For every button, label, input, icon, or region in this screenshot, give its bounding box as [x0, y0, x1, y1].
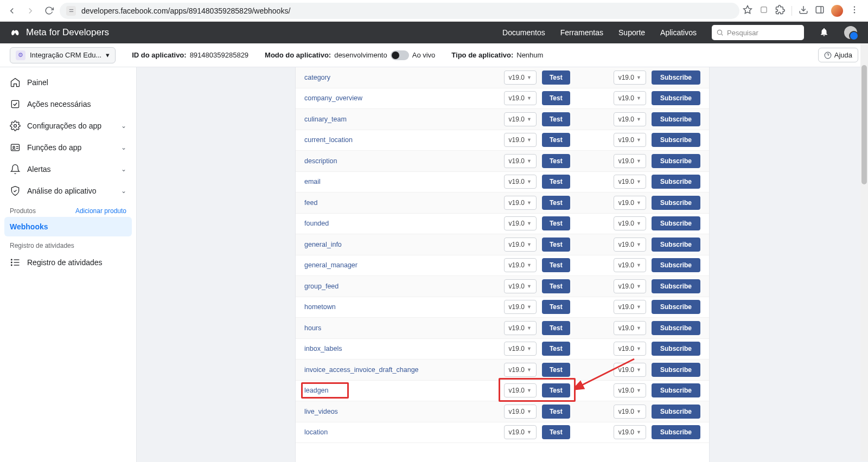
version-dropdown[interactable]: v19.0▼	[504, 112, 537, 126]
test-button[interactable]: Test	[542, 196, 570, 210]
subscribe-button[interactable]: Subscribe	[652, 258, 700, 272]
forward-button[interactable]	[23, 3, 38, 18]
version-dropdown[interactable]: v19.0▼	[614, 216, 646, 230]
field-name-link[interactable]: founded	[304, 220, 504, 227]
sidebar-item-funcoes[interactable]: Funções do app ⌄	[4, 137, 132, 158]
subscribe-button[interactable]: Subscribe	[652, 70, 700, 85]
nav-suporte[interactable]: Suporte	[618, 28, 645, 37]
download-icon[interactable]	[799, 5, 808, 17]
version-dropdown[interactable]: v19.0▼	[614, 91, 646, 105]
app-mode-toggle[interactable]	[391, 50, 409, 60]
test-button[interactable]: Test	[542, 321, 570, 335]
subscribe-button[interactable]: Subscribe	[652, 342, 700, 356]
version-dropdown[interactable]: v19.0▼	[614, 425, 646, 439]
version-dropdown[interactable]: v19.0▼	[504, 91, 537, 105]
subscribe-button[interactable]: Subscribe	[652, 405, 700, 419]
version-dropdown[interactable]: v19.0▼	[504, 300, 537, 314]
version-dropdown[interactable]: v19.0▼	[504, 258, 537, 272]
more-menu-icon[interactable]	[850, 5, 859, 17]
subscribe-button[interactable]: Subscribe	[652, 321, 700, 335]
sidebar-item-acoes[interactable]: Ações necessárias	[4, 93, 132, 115]
field-name-link[interactable]: invoice_access_invoice_draft_change	[304, 366, 504, 374]
test-button[interactable]: Test	[542, 133, 570, 147]
field-name-link[interactable]: general_info	[304, 241, 504, 248]
test-button[interactable]: Test	[542, 91, 570, 105]
test-button[interactable]: Test	[542, 425, 570, 439]
version-dropdown[interactable]: v19.0▼	[504, 175, 537, 189]
subscribe-button[interactable]: Subscribe	[652, 383, 700, 397]
version-dropdown[interactable]: v19.0▼	[504, 154, 537, 168]
version-dropdown[interactable]: v19.0▼	[614, 112, 646, 126]
extensions-icon[interactable]	[775, 5, 785, 17]
version-dropdown[interactable]: v19.0▼	[614, 238, 646, 252]
address-bar[interactable]: developers.facebook.com/apps/89148035928…	[60, 3, 739, 19]
sidebar-item-painel[interactable]: Painel	[4, 72, 132, 93]
version-dropdown[interactable]: v19.0▼	[504, 363, 537, 377]
version-dropdown[interactable]: v19.0▼	[614, 363, 646, 377]
field-name-link[interactable]: hometown	[304, 303, 504, 311]
version-dropdown[interactable]: v19.0▼	[504, 321, 537, 335]
field-name-link[interactable]: leadgen	[304, 387, 504, 394]
page-scrollbar[interactable]	[860, 43, 868, 461]
field-name-link[interactable]: description	[304, 157, 504, 165]
version-dropdown[interactable]: v19.0▼	[614, 405, 646, 419]
meta-logo[interactable]: Meta for Developers	[11, 27, 109, 38]
version-dropdown[interactable]: v19.0▼	[614, 154, 646, 168]
version-dropdown[interactable]: v19.0▼	[614, 70, 646, 85]
test-button[interactable]: Test	[542, 70, 570, 85]
version-dropdown[interactable]: v19.0▼	[614, 279, 646, 293]
version-dropdown[interactable]: v19.0▼	[504, 196, 537, 210]
star-icon[interactable]	[743, 5, 752, 17]
version-dropdown[interactable]: v19.0▼	[504, 279, 537, 293]
field-name-link[interactable]: general_manager	[304, 261, 504, 269]
field-name-link[interactable]: feed	[304, 199, 504, 207]
subscribe-button[interactable]: Subscribe	[652, 196, 700, 210]
version-dropdown[interactable]: v19.0▼	[504, 238, 537, 252]
field-name-link[interactable]: culinary_team	[304, 116, 504, 123]
field-name-link[interactable]: category	[304, 74, 504, 81]
field-name-link[interactable]: live_videos	[304, 408, 504, 415]
field-name-link[interactable]: email	[304, 178, 504, 185]
sidebar-item-alertas[interactable]: Alertas ⌄	[4, 158, 132, 180]
version-dropdown[interactable]: v19.0▼	[614, 321, 646, 335]
sidebar-item-configuracoes[interactable]: Configurações do app ⌄	[4, 115, 132, 137]
side-panel-icon[interactable]	[815, 5, 825, 17]
subscribe-button[interactable]: Subscribe	[652, 238, 700, 252]
version-dropdown[interactable]: v19.0▼	[614, 258, 646, 272]
user-avatar[interactable]	[844, 26, 857, 39]
subscribe-button[interactable]: Subscribe	[652, 112, 700, 126]
version-dropdown[interactable]: v19.0▼	[614, 342, 646, 356]
subscribe-button[interactable]: Subscribe	[652, 425, 700, 439]
reload-button[interactable]	[41, 3, 56, 18]
version-dropdown[interactable]: v19.0▼	[614, 133, 646, 147]
version-dropdown[interactable]: v19.0▼	[504, 342, 537, 356]
nav-documentos[interactable]: Documentos	[502, 28, 545, 37]
test-button[interactable]: Test	[542, 300, 570, 314]
test-button[interactable]: Test	[542, 238, 570, 252]
test-button[interactable]: Test	[542, 216, 570, 230]
version-dropdown[interactable]: v19.0▼	[614, 196, 646, 210]
sidebar-item-registro-atividades[interactable]: Registro de atividades	[4, 252, 132, 273]
subscribe-button[interactable]: Subscribe	[652, 300, 700, 314]
field-name-link[interactable]: location	[304, 428, 504, 436]
field-name-link[interactable]: hours	[304, 324, 504, 332]
subscribe-button[interactable]: Subscribe	[652, 154, 700, 168]
subscribe-button[interactable]: Subscribe	[652, 279, 700, 293]
profile-avatar[interactable]	[831, 5, 843, 17]
test-button[interactable]: Test	[542, 383, 570, 397]
version-dropdown[interactable]: v19.0▼	[504, 383, 537, 397]
field-name-link[interactable]: company_overview	[304, 94, 504, 102]
sidebar-item-webhooks[interactable]: Webhooks	[4, 217, 132, 236]
subscribe-button[interactable]: Subscribe	[652, 175, 700, 189]
subscribe-button[interactable]: Subscribe	[652, 216, 700, 230]
back-button[interactable]	[4, 3, 20, 18]
subscribe-button[interactable]: Subscribe	[652, 363, 700, 377]
subscribe-button[interactable]: Subscribe	[652, 91, 700, 105]
test-button[interactable]: Test	[542, 342, 570, 356]
subscribe-button[interactable]: Subscribe	[652, 133, 700, 147]
scrollbar-thumb[interactable]	[861, 65, 867, 184]
nav-aplicativos[interactable]: Aplicativos	[660, 28, 697, 37]
version-dropdown[interactable]: v19.0▼	[504, 405, 537, 419]
nav-ferramentas[interactable]: Ferramentas	[560, 28, 603, 37]
version-dropdown[interactable]: v19.0▼	[504, 216, 537, 230]
